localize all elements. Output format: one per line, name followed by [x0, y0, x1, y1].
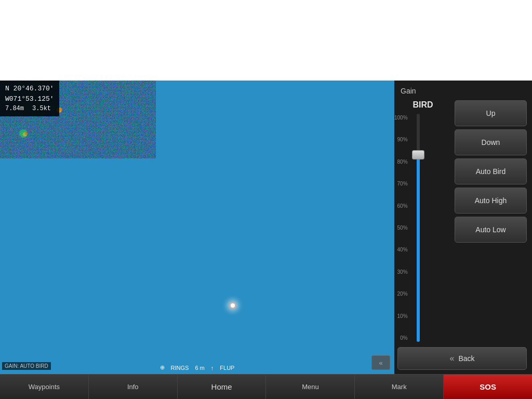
coords-box: N 20°46.370' W071°53.125' 7.84m 3.5kt — [0, 81, 59, 116]
pct-90: 90% — [394, 137, 408, 142]
slider-fill — [417, 155, 420, 342]
lat-display: N 20°46.370' — [5, 84, 54, 94]
svg-point-5 — [25, 132, 28, 135]
flip-label: FLUP — [220, 365, 234, 371]
boat-dot — [231, 303, 235, 308]
auto-high-button[interactable]: Auto High — [455, 188, 527, 214]
nav-bar: Waypoints Info Home Menu Mark SOS — [0, 374, 532, 399]
svg-point-4 — [23, 132, 27, 137]
info-button[interactable]: Info — [89, 375, 178, 399]
slider-track-container[interactable] — [411, 114, 425, 342]
pct-0: 0% — [394, 335, 408, 341]
coords-sub: 7.84m 3.5kt — [5, 104, 54, 113]
auto-bird-button[interactable]: Auto Bird — [455, 158, 527, 184]
pct-70: 70% — [394, 181, 408, 187]
svg-point-2 — [59, 108, 62, 111]
speed-unit: kt — [44, 105, 51, 112]
back-label: Back — [458, 354, 474, 363]
menu-button[interactable]: Menu — [266, 375, 355, 399]
back-button[interactable]: « Back — [397, 347, 527, 370]
pct-30: 30% — [394, 269, 408, 275]
compass-icon: ↑ — [211, 365, 214, 371]
slider-area: 100% 90% 80% 70% 60% 50% 40% 30% 20% 10%… — [394, 114, 451, 342]
auto-low-button[interactable]: Auto Low — [455, 217, 527, 243]
map-icons: ⊕ RINGS 6 m ↑ FLUP — [160, 364, 235, 371]
pct-10: 10% — [394, 313, 408, 319]
lon-display: W071°53.125' — [5, 94, 54, 104]
gain-status: GAIN: AUTO BIRD — [2, 362, 51, 370]
buttons-column: Up Down Auto Bird Auto High Auto Low — [451, 98, 532, 344]
waypoints-button[interactable]: Waypoints — [0, 375, 89, 399]
content-row: N 20°46.370' W071°53.125' 7.84m 3.5kt GA… — [0, 81, 532, 374]
expand-button[interactable]: « — [371, 355, 390, 370]
pct-labels: 100% 90% 80% 70% 60% 50% 40% 30% 20% 10%… — [394, 114, 410, 342]
down-button[interactable]: Down — [455, 129, 527, 155]
radar-area: N 20°46.370' W071°53.125' 7.84m 3.5kt GA… — [0, 81, 394, 374]
pct-100: 100% — [394, 115, 408, 121]
gain-inner: BIRD 100% 90% 80% 70% 60% 50% 40% 30% — [394, 98, 532, 344]
slider-thumb[interactable] — [412, 150, 424, 159]
speed-display: 3.5kt — [32, 104, 51, 113]
svg-point-3 — [19, 129, 28, 138]
pct-40: 40% — [394, 247, 408, 252]
main-area: N 20°46.370' W071°53.125' 7.84m 3.5kt GA… — [0, 81, 532, 399]
top-white-area — [0, 0, 532, 81]
home-button[interactable]: Home — [178, 375, 267, 399]
gain-mode-label: BIRD — [413, 100, 433, 110]
back-chevron-icon: « — [449, 354, 454, 363]
boat-marker — [229, 301, 237, 310]
gain-panel: Gain BIRD 100% 90% 80% 70% 60% 50% — [394, 81, 532, 374]
scale-value: 6 m — [195, 365, 204, 371]
pct-60: 60% — [394, 203, 408, 209]
up-button[interactable]: Up — [455, 100, 527, 126]
mark-button[interactable]: Mark — [355, 375, 444, 399]
rings-text: RINGS — [171, 365, 189, 371]
slider-column: BIRD 100% 90% 80% 70% 60% 50% 40% 30% — [394, 98, 451, 344]
dist-unit: m — [20, 105, 24, 112]
rings-label: ⊕ — [160, 364, 165, 371]
gain-title: Gain — [394, 85, 532, 98]
pct-80: 80% — [394, 159, 408, 165]
pct-50: 50% — [394, 225, 408, 231]
dist-display: 7.84m — [5, 104, 24, 113]
sos-button[interactable]: SOS — [444, 375, 532, 399]
pct-20: 20% — [394, 291, 408, 297]
